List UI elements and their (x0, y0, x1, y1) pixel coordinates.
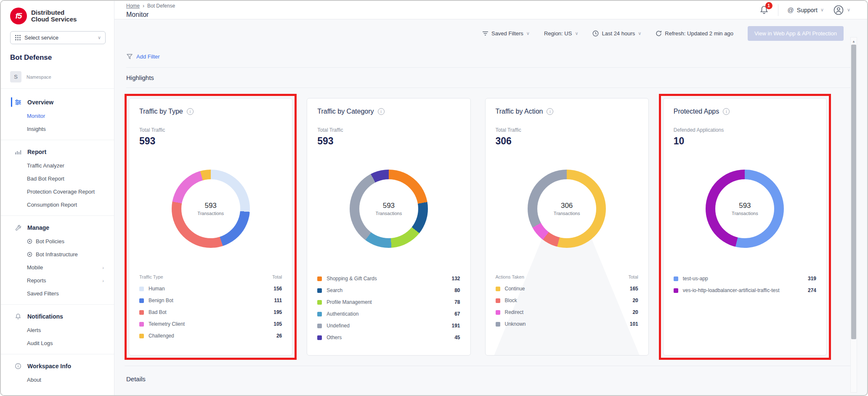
legend-value: 78 (454, 299, 460, 305)
vertical-scrollbar[interactable]: ▲ (850, 37, 857, 393)
sidebar-item-mobile[interactable]: Mobile› (1, 261, 114, 274)
chart-legend: Shopping & Gift Cards132Search80Profile … (317, 273, 460, 348)
donut-chart-traffic-by-type[interactable]: 593 Transactions (172, 170, 250, 248)
legend-item[interactable]: Authentication67 (317, 308, 460, 320)
view-in-waap-button[interactable]: View in Web App & API Protection (748, 26, 844, 41)
chevron-down-icon: ∨ (820, 7, 824, 13)
info-icon[interactable]: i (187, 108, 194, 115)
brand-logo[interactable]: f5 Distributed Cloud Services (1, 1, 114, 29)
legend-item[interactable]: Unknown101 (496, 318, 638, 330)
legend-value: 111 (274, 298, 282, 303)
legend-swatch (317, 288, 322, 293)
clock-icon (592, 30, 599, 37)
donut-chart-traffic-by-category[interactable]: 593 Transactions (350, 170, 428, 248)
sidebar-item-alerts[interactable]: Alerts (1, 324, 114, 337)
legend-swatch (317, 312, 322, 316)
legend-item[interactable]: Telemetry Client105 (139, 318, 282, 330)
legend-label: ves-io-http-loadbalancer-artificial-traf… (683, 287, 808, 293)
legend-value: 80 (454, 287, 460, 293)
support-icon: @ (788, 6, 794, 13)
sidebar-item-manage[interactable]: Manage (1, 220, 114, 235)
sidebar-item-traffic-analyzer[interactable]: Traffic Analyzer (1, 159, 114, 172)
legend-swatch (139, 298, 144, 303)
scroll-up-icon[interactable]: ▲ (852, 37, 855, 45)
time-range-dropdown[interactable]: Last 24 hours ∨ (592, 30, 641, 37)
chevron-right-icon: › (102, 278, 104, 283)
scrollbar-thumb[interactable] (851, 45, 856, 339)
legend-item[interactable]: Others45 (317, 332, 460, 343)
legend-item[interactable]: Redirect20 (496, 306, 638, 318)
legend-item[interactable]: Profile Management78 (317, 296, 460, 308)
main-content: Home › Bot Defense Monitor 1 @ Support ∨ (114, 1, 867, 395)
sidebar-item-bad-bot-report[interactable]: Bad Bot Report (1, 172, 114, 185)
legend-value: 101 (630, 321, 638, 327)
sidebar-nav: Overview Monitor Insights Report Traffic… (1, 93, 114, 386)
breadcrumb-home[interactable]: Home (126, 3, 140, 9)
sidebar-item-overview[interactable]: Overview (1, 95, 114, 109)
info-icon[interactable]: i (378, 108, 385, 115)
legend-label: Undefined (326, 323, 451, 329)
donut-chart-protected-apps[interactable]: 593 Transactions (706, 170, 784, 248)
legend-value: 20 (632, 309, 638, 315)
legend-item[interactable]: Undefined191 (317, 320, 460, 332)
sidebar-item-protection-coverage-report[interactable]: Protection Coverage Report (1, 185, 114, 198)
legend-item[interactable]: Human156 (139, 283, 282, 295)
grid-icon (15, 35, 21, 41)
sidebar-item-report[interactable]: Report (1, 144, 114, 159)
account-menu[interactable]: ∨ (833, 5, 850, 16)
legend-label: Unknown (505, 321, 630, 327)
legend-item[interactable]: test-us-app319 (674, 273, 816, 284)
info-icon[interactable]: i (547, 108, 553, 115)
sidebar-item-about[interactable]: About (1, 373, 114, 386)
saved-filters-dropdown[interactable]: Saved Filters ∨ (482, 30, 530, 37)
divider (1, 88, 114, 89)
annotation-box-traffic-by-type: Traffic by Type i Total Traffic 593 593 … (125, 94, 297, 360)
refresh-button[interactable]: Refresh: Updated 2 min ago (656, 30, 733, 37)
legend-item[interactable]: Continue165 (496, 283, 638, 295)
add-filter[interactable]: Add Filter (126, 53, 857, 68)
divider (1, 304, 114, 305)
legend-item[interactable]: ves-io-http-loadbalancer-artificial-traf… (674, 284, 816, 296)
sidebar-item-bot-infrastructure[interactable]: Bot Infrastructure (1, 248, 114, 261)
chart-legend: Traffic Type Total Human156Benign Bot111… (139, 273, 282, 348)
legend-item[interactable]: Shopping & Gift Cards132 (317, 273, 460, 284)
notifications-button[interactable]: 1 (759, 5, 769, 15)
legend-item[interactable]: Block20 (496, 295, 638, 306)
details-section-header: Details (125, 366, 857, 395)
breadcrumb-separator: › (143, 3, 144, 9)
stat-value: 593 (317, 136, 460, 147)
card-wrap: Traffic by Action i Total Traffic 306 30… (481, 94, 653, 360)
sidebar-item-notifications[interactable]: Notifications (1, 309, 114, 324)
legend-header: Traffic Type (139, 274, 163, 279)
legend-item[interactable]: Benign Bot111 (139, 295, 282, 306)
chevron-down-icon: ∨ (526, 31, 530, 36)
divider (1, 354, 114, 354)
support-menu[interactable]: @ Support ∨ (788, 6, 824, 13)
donut-chart-traffic-by-action[interactable]: 306 Transactions (528, 170, 606, 248)
breadcrumb-current: Bot Defense (147, 3, 175, 9)
card-title: Traffic by Action (496, 108, 543, 115)
legend-item[interactable]: Search80 (317, 284, 460, 296)
sidebar-item-audit-logs[interactable]: Audit Logs (1, 337, 114, 350)
select-service-dropdown[interactable]: Select service ∨ (10, 31, 106, 44)
sidebar-item-insights[interactable]: Insights (1, 122, 114, 136)
divider (778, 4, 778, 16)
namespace-selector[interactable]: S Namespace (10, 71, 105, 82)
legend-value: 105 (273, 321, 282, 327)
traffic-by-category-card: Traffic by Category i Total Traffic 593 … (307, 98, 470, 356)
info-icon (14, 362, 21, 369)
sidebar-item-workspace-info[interactable]: Workspace Info (1, 359, 114, 373)
sidebar-item-saved-filters[interactable]: Saved Filters (1, 287, 114, 300)
sidebar-item-reports[interactable]: Reports› (1, 274, 114, 287)
legend-label: Continue (505, 286, 630, 292)
chart-legend: test-us-app319ves-io-http-loadbalancer-a… (674, 273, 816, 348)
sidebar-item-monitor[interactable]: Monitor (1, 109, 114, 122)
legend-item[interactable]: Bad Bot195 (139, 306, 282, 318)
breadcrumb: Home › Bot Defense (126, 3, 175, 9)
sidebar-item-consumption-report[interactable]: Consumption Report (1, 198, 114, 211)
info-icon[interactable]: i (723, 108, 730, 115)
sidebar-item-label: Workspace Info (27, 363, 71, 369)
region-dropdown[interactable]: Region: US ∨ (544, 30, 579, 37)
sidebar-item-bot-policies[interactable]: Bot Policies (1, 235, 114, 248)
legend-item[interactable]: Challenged26 (139, 330, 282, 342)
